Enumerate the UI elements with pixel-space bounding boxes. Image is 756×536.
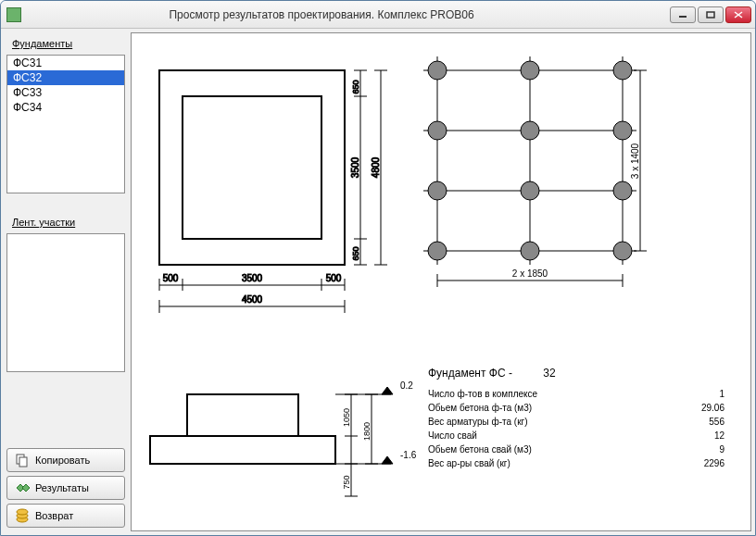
svg-rect-63 xyxy=(150,436,335,464)
titlebar: Просмотр результатов проектирования. Ком… xyxy=(1,1,755,29)
svg-text:4800: 4800 xyxy=(371,156,381,178)
client-area: Фундаменты ФС31ФС32ФС33ФС34 Лент. участк… xyxy=(1,29,755,535)
svg-text:-1.6: -1.6 xyxy=(400,450,417,460)
list-item[interactable]: ФС34 xyxy=(7,100,124,115)
list-item[interactable]: ФС33 xyxy=(7,85,124,100)
svg-rect-5 xyxy=(19,457,27,467)
results-button-label: Результаты xyxy=(35,482,89,493)
info-row-label: Число ф-тов в комплексе xyxy=(428,389,613,399)
svg-point-47 xyxy=(613,121,632,140)
info-row-value: 556 xyxy=(669,417,724,427)
svg-rect-9 xyxy=(159,70,345,265)
engineering-drawing: 500 3500 500 4500 650 3500 650 xyxy=(132,33,743,348)
minimize-button[interactable] xyxy=(670,6,696,23)
svg-marker-68 xyxy=(382,456,393,464)
info-row-label: Обьем бетона ф-та (м3) xyxy=(428,403,613,413)
drawing-canvas: 500 3500 500 4500 650 3500 650 xyxy=(131,32,751,531)
close-icon xyxy=(734,11,743,19)
foundations-label: Фундаменты xyxy=(6,36,125,51)
copy-button[interactable]: Копировать xyxy=(6,448,125,472)
svg-text:650: 650 xyxy=(351,246,360,260)
svg-rect-1 xyxy=(707,12,714,18)
maximize-button[interactable] xyxy=(698,6,724,23)
info-row-label: Вес ар-ры свай (кг) xyxy=(428,458,613,468)
info-row-label: Обьем бетона свай (м3) xyxy=(428,444,613,455)
svg-point-49 xyxy=(521,181,539,200)
info-header-number: 32 xyxy=(543,367,555,380)
info-row: Обьем бетона ф-та (м3)29.06 xyxy=(428,403,724,413)
copy-icon xyxy=(15,453,30,467)
svg-text:1050: 1050 xyxy=(342,408,351,427)
list-item[interactable]: ФС31 xyxy=(7,56,124,70)
list-item[interactable]: ФС32 xyxy=(7,70,124,85)
info-row: Число ф-тов в комплексе1 xyxy=(428,389,724,399)
maximize-icon xyxy=(706,11,715,19)
svg-point-44 xyxy=(613,61,632,80)
back-button-label: Возврат xyxy=(35,510,73,521)
copy-button-label: Копировать xyxy=(35,455,90,466)
sidebar: Фундаменты ФС31ФС32ФС33ФС34 Лент. участк… xyxy=(5,32,127,531)
svg-point-42 xyxy=(428,61,447,80)
app-window: Просмотр результатов проектирования. Ком… xyxy=(0,0,756,536)
svg-rect-10 xyxy=(183,96,321,239)
info-row-value: 2296 xyxy=(669,458,724,468)
back-icon xyxy=(15,508,30,523)
window-controls xyxy=(670,6,751,23)
results-icon xyxy=(15,480,30,495)
svg-point-52 xyxy=(521,242,539,260)
svg-marker-65 xyxy=(382,387,393,394)
svg-text:750: 750 xyxy=(342,475,351,489)
strips-label: Лент. участки xyxy=(6,215,125,230)
svg-point-50 xyxy=(613,181,632,200)
svg-text:500: 500 xyxy=(326,273,342,283)
svg-text:3500: 3500 xyxy=(242,273,263,283)
svg-point-45 xyxy=(428,121,447,140)
svg-point-8 xyxy=(17,509,28,515)
svg-point-48 xyxy=(428,181,447,200)
info-row-label: Число свай xyxy=(428,430,613,441)
svg-point-43 xyxy=(521,61,539,80)
info-row: Вес ар-ры свай (кг)2296 xyxy=(428,458,724,468)
info-row-value: 29.06 xyxy=(669,403,724,413)
info-row: Обьем бетона свай (м3)9 xyxy=(428,444,724,455)
foundation-info: Фундамент ФС - 32 Число ф-тов в комплекс… xyxy=(428,367,724,472)
app-icon xyxy=(6,7,21,22)
info-row: Вес арматуры ф-та (кг)556 xyxy=(428,417,724,427)
svg-text:1800: 1800 xyxy=(362,422,372,441)
info-row-value: 9 xyxy=(669,444,724,455)
window-title: Просмотр результатов проектирования. Ком… xyxy=(29,8,614,21)
svg-point-51 xyxy=(428,242,447,260)
svg-text:4500: 4500 xyxy=(242,294,263,305)
foundations-list[interactable]: ФС31ФС32ФС33ФС34 xyxy=(6,55,125,193)
info-row: Число свай12 xyxy=(428,430,724,441)
svg-rect-62 xyxy=(187,394,298,436)
info-header: Фундамент ФС - 32 xyxy=(428,367,724,380)
results-button[interactable]: Результаты xyxy=(6,476,125,500)
strips-list[interactable] xyxy=(6,233,125,372)
svg-text:3500: 3500 xyxy=(350,156,360,178)
svg-point-46 xyxy=(521,121,539,140)
svg-point-53 xyxy=(613,242,632,260)
svg-text:3  x  1400: 3 x 1400 xyxy=(630,143,640,179)
info-row-value: 1 xyxy=(669,389,724,399)
svg-text:500: 500 xyxy=(163,273,179,283)
svg-text:0.2: 0.2 xyxy=(400,380,413,391)
section-drawing: 0.2 -1.6 1050 750 1800 xyxy=(132,357,428,515)
minimize-icon xyxy=(678,11,687,19)
info-row-value: 12 xyxy=(669,430,724,441)
svg-text:650: 650 xyxy=(351,80,360,93)
svg-text:2  x  1850: 2 x 1850 xyxy=(512,268,548,279)
back-button[interactable]: Возврат xyxy=(6,504,125,528)
info-row-label: Вес арматуры ф-та (кг) xyxy=(428,417,613,427)
close-button[interactable] xyxy=(725,6,751,23)
info-header-prefix: Фундамент ФС - xyxy=(428,367,512,380)
